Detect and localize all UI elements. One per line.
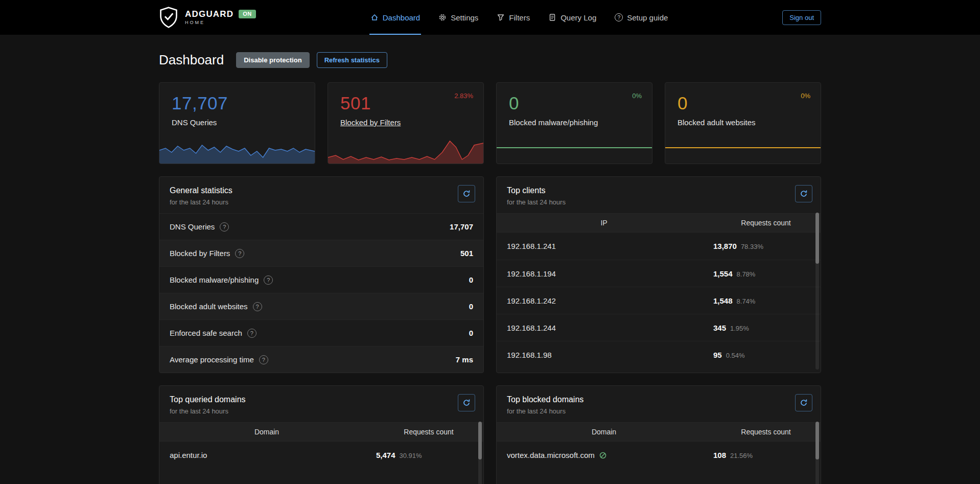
domain-row: api.entur.io 5,47430.91% <box>159 442 483 469</box>
nav-settings[interactable]: Settings <box>437 0 479 35</box>
stat-row: Blocked by Filters? 501 <box>159 240 483 266</box>
request-count: 95 <box>713 351 722 359</box>
top-clients-table: 192.168.1.241 13,87078.33% 192.168.1.194… <box>497 233 821 368</box>
dns-queries-card: 17,707 DNS Queries <box>159 82 315 164</box>
request-percent: 30.91% <box>400 452 422 459</box>
nav-setup-guide-label: Setup guide <box>627 13 668 22</box>
top-blocked-domains-panel: Top blocked domains for the last 24 hour… <box>496 385 821 484</box>
nav-filters[interactable]: Filters <box>496 0 531 35</box>
adguard-logo[interactable]: ADGUARD ON HOME <box>159 0 256 35</box>
client-row: 192.168.1.244 3451.95% <box>497 314 821 341</box>
blocked-adult-label: Blocked adult websites <box>678 118 808 127</box>
column-requests-count: Requests count <box>711 219 821 227</box>
top-blocked-title: Top blocked domains <box>507 395 810 404</box>
refresh-statistics-button[interactable]: Refresh statistics <box>317 52 387 68</box>
scrollbar-thumb[interactable] <box>478 422 482 459</box>
help-icon[interactable]: ? <box>235 249 244 258</box>
scrollbar-thumb[interactable] <box>815 422 819 459</box>
client-ip: 192.168.1.241 <box>507 242 713 250</box>
help-icon[interactable]: ? <box>220 222 229 232</box>
request-percent: 21.56% <box>730 452 753 459</box>
blocked-adult-flatline <box>665 147 821 148</box>
column-ip: IP <box>497 219 711 227</box>
stat-row-value: 0 <box>469 275 473 284</box>
stat-row-label: Blocked malware/phishing <box>170 275 259 284</box>
general-statistics-panel: General statistics for the last 24 hours… <box>159 176 484 373</box>
client-row: 192.168.1.98 950.54% <box>497 341 821 368</box>
client-ip: 192.168.1.98 <box>507 351 713 359</box>
protection-on-badge: ON <box>239 10 256 18</box>
stat-row: DNS Queries? 17,707 <box>159 213 483 240</box>
refresh-top-blocked-button[interactable] <box>795 394 812 411</box>
sign-out-button[interactable]: Sign out <box>782 10 821 25</box>
dns-queries-label: DNS Queries <box>172 118 302 127</box>
blocked-malware-flatline <box>497 147 652 148</box>
dns-queries-sparkline <box>159 137 315 164</box>
top-clients-header: IP Requests count <box>497 213 821 233</box>
top-queried-domains-panel: Top queried domains for the last 24 hour… <box>159 385 484 484</box>
stat-row-label: Blocked by Filters <box>170 249 230 258</box>
disable-protection-button[interactable]: Disable protection <box>236 52 309 68</box>
stat-row: Blocked adult websites? 0 <box>159 293 483 319</box>
shield-check-icon <box>159 7 178 28</box>
nav-query-log[interactable]: Query Log <box>547 0 597 35</box>
column-requests-count: Requests count <box>374 428 483 436</box>
top-blocked-table: vortex.data.microsoft.com 10821.56% <box>497 442 821 469</box>
request-count: 5,474 <box>376 451 395 459</box>
domain-name: api.entur.io <box>170 451 376 459</box>
nav-dashboard[interactable]: Dashboard <box>369 0 421 35</box>
general-statistics-table: DNS Queries? 17,707 Blocked by Filters? … <box>159 213 483 373</box>
stat-row-value: 0 <box>469 329 473 337</box>
client-ip: 192.168.1.242 <box>507 296 713 305</box>
scrollbar-thumb[interactable] <box>815 213 819 264</box>
request-count: 13,870 <box>713 242 737 250</box>
top-blocked-header: Domain Requests count <box>497 422 821 442</box>
help-circle-icon: ? <box>615 13 623 21</box>
help-icon[interactable]: ? <box>253 302 262 311</box>
blocked-adult-value: 0 <box>678 93 808 113</box>
request-percent: 1.95% <box>730 325 749 332</box>
brand-name: ADGUARD <box>185 10 234 18</box>
top-navbar: ADGUARD ON HOME Dashboard Settings <box>0 0 980 35</box>
stat-row-label: Enforced safe search <box>170 329 242 337</box>
refresh-top-queried-button[interactable] <box>458 394 475 411</box>
nav-filters-label: Filters <box>509 13 530 22</box>
stat-row-label: Average processing time <box>170 355 254 364</box>
blocked-by-filters-link[interactable]: Blocked by Filters <box>340 118 401 127</box>
general-statistics-title: General statistics <box>170 186 473 195</box>
top-clients-scrollbar[interactable] <box>815 213 819 370</box>
request-count: 1,554 <box>713 269 733 278</box>
column-domain: Domain <box>159 428 374 436</box>
request-count: 108 <box>713 451 726 459</box>
request-percent: 8.78% <box>737 270 756 278</box>
blocked-filters-percent: 2.83% <box>454 92 473 100</box>
help-icon[interactable]: ? <box>259 355 268 364</box>
blocked-malware-label: Blocked malware/phishing <box>509 118 640 127</box>
blocked-filters-value: 501 <box>340 93 471 113</box>
help-icon[interactable]: ? <box>264 275 273 285</box>
stat-row-value: 7 ms <box>456 355 473 364</box>
stat-row: Average processing time? 7 ms <box>159 346 483 373</box>
blocked-by-filters-card: 501 Blocked by Filters 2.83% <box>328 82 484 164</box>
request-count: 345 <box>713 324 726 332</box>
top-queried-header: Domain Requests count <box>159 422 483 442</box>
top-queried-scrollbar[interactable] <box>478 422 482 484</box>
brand-sub: HOME <box>185 20 256 25</box>
refresh-icon <box>462 399 471 407</box>
stat-row: Enforced safe search? 0 <box>159 319 483 346</box>
refresh-general-statistics-button[interactable] <box>458 185 475 202</box>
stat-cards: 17,707 DNS Queries 501 Blocked by Filter… <box>159 82 821 164</box>
blocked-filters-sparkline <box>328 137 483 164</box>
top-blocked-scrollbar[interactable] <box>815 422 819 484</box>
page-head: Dashboard Disable protection Refresh sta… <box>159 52 821 68</box>
stat-row-label: Blocked adult websites <box>170 302 248 311</box>
top-queried-subtitle: for the last 24 hours <box>170 407 473 415</box>
request-count: 1,548 <box>713 296 733 305</box>
blocked-malware-percent: 0% <box>632 92 642 100</box>
top-queried-title: Top queried domains <box>170 395 473 404</box>
nav-setup-guide[interactable]: ? Setup guide <box>614 0 669 35</box>
refresh-top-clients-button[interactable] <box>795 185 812 202</box>
request-percent: 78.33% <box>741 243 763 250</box>
help-icon[interactable]: ? <box>247 329 256 338</box>
stat-row-label: DNS Queries <box>170 222 215 231</box>
